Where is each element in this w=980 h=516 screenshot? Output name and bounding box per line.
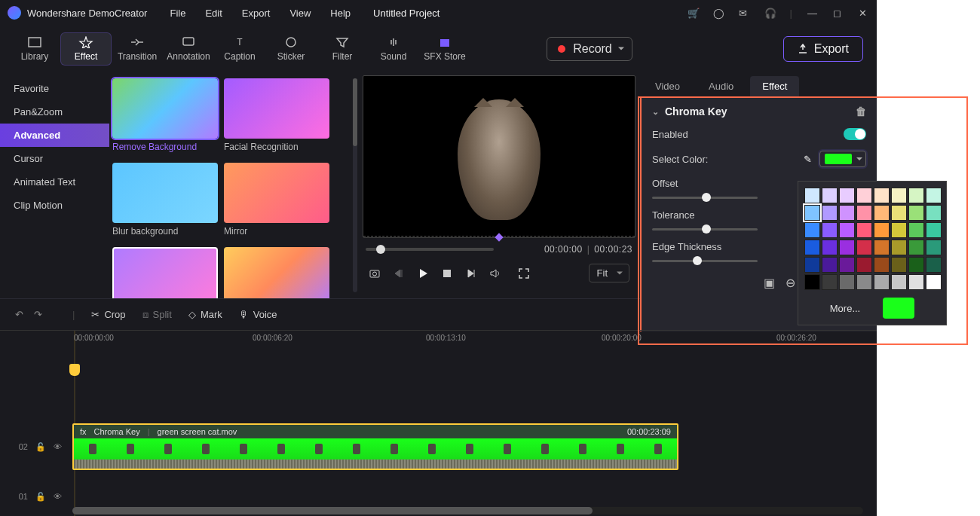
color-swatch[interactable] xyxy=(856,257,872,273)
color-swatch[interactable] xyxy=(856,274,872,290)
color-swatch[interactable] xyxy=(822,188,838,203)
color-swatch[interactable] xyxy=(891,240,907,255)
timeline-ruler[interactable]: 00:00:00:00 00:00:06:20 00:00:13:10 00:0… xyxy=(0,330,877,354)
color-swatch[interactable] xyxy=(874,188,890,203)
tab-sound[interactable]: Sound xyxy=(368,33,419,65)
effect-thumb-blurbg[interactable]: Blur background xyxy=(112,163,218,243)
color-swatch[interactable] xyxy=(926,205,942,221)
eyedropper-icon[interactable]: ✎ xyxy=(804,154,812,165)
color-swatch[interactable] xyxy=(891,257,907,273)
color-swatch[interactable] xyxy=(856,188,872,203)
color-swatch[interactable] xyxy=(874,222,890,238)
undo-icon[interactable]: ↶ xyxy=(15,309,23,320)
color-swatch[interactable] xyxy=(839,257,855,273)
support-icon[interactable]: 🎧 xyxy=(764,8,775,18)
color-swatch[interactable] xyxy=(926,274,942,290)
fullscreen-icon[interactable] xyxy=(518,267,530,279)
tab-sfxstore[interactable]: SFX Store xyxy=(419,33,470,65)
inspector-tab-effect[interactable]: Effect xyxy=(750,76,799,96)
color-swatch[interactable] xyxy=(891,188,907,203)
enabled-toggle[interactable] xyxy=(844,128,866,140)
color-swatch[interactable] xyxy=(804,188,820,203)
chevron-down-icon[interactable]: ⌄ xyxy=(652,107,659,117)
sidebar-item-animatedtext[interactable]: Animated Text xyxy=(0,170,109,194)
tab-caption[interactable]: TCaption xyxy=(214,33,265,65)
tab-filter[interactable]: Filter xyxy=(317,33,368,65)
color-swatch[interactable] xyxy=(926,257,942,273)
menu-help[interactable]: Help xyxy=(330,8,351,19)
sidebar-item-clipmotion[interactable]: Clip Motion xyxy=(0,194,109,217)
effect-thumb-mirror[interactable]: Mirror xyxy=(224,163,329,243)
library-scrollbar[interactable] xyxy=(353,78,357,292)
stop-icon[interactable] xyxy=(441,267,453,279)
record-button[interactable]: Record xyxy=(547,37,632,61)
color-swatch[interactable] xyxy=(874,240,890,255)
lock-icon[interactable]: 🔓 xyxy=(35,492,46,502)
color-swatch[interactable] xyxy=(874,205,890,221)
next-frame-icon[interactable] xyxy=(465,267,477,279)
crop-icon[interactable]: ▣ xyxy=(764,276,775,290)
tab-library[interactable]: Library xyxy=(9,33,60,65)
close-button[interactable]: ✕ xyxy=(859,8,869,18)
tab-sticker[interactable]: Sticker xyxy=(265,33,317,65)
color-swatch[interactable] xyxy=(839,222,855,238)
color-swatch[interactable] xyxy=(804,240,820,255)
minimize-button[interactable]: — xyxy=(807,8,818,18)
split-button[interactable]: ⧈Split xyxy=(142,309,172,321)
color-dropdown[interactable] xyxy=(819,151,866,167)
sidebar-item-advanced[interactable]: Advanced xyxy=(0,124,109,147)
current-color-swatch[interactable] xyxy=(883,298,914,319)
lock-icon[interactable]: 🔓 xyxy=(35,442,46,452)
preview-video[interactable] xyxy=(363,75,635,238)
maximize-button[interactable]: ◻ xyxy=(833,8,844,18)
color-swatch[interactable] xyxy=(908,274,924,290)
cart-icon[interactable]: 🛒 xyxy=(688,8,698,18)
menu-export[interactable]: Export xyxy=(242,8,271,19)
effect-thumb-facial[interactable]: Facial Recognition xyxy=(224,78,329,158)
zoom-out-icon[interactable]: ⊖ xyxy=(786,276,795,290)
color-swatch[interactable] xyxy=(822,205,838,221)
color-swatch[interactable] xyxy=(908,188,924,203)
inspector-tab-audio[interactable]: Audio xyxy=(697,76,746,96)
color-swatch[interactable] xyxy=(822,240,838,255)
sidebar-item-favorite[interactable]: Favorite xyxy=(0,77,109,100)
color-swatch[interactable] xyxy=(856,222,872,238)
color-swatch[interactable] xyxy=(804,257,820,273)
effect-thumb-5[interactable] xyxy=(112,247,218,298)
color-swatch[interactable] xyxy=(891,274,907,290)
color-swatch[interactable] xyxy=(804,205,820,221)
color-swatch[interactable] xyxy=(822,274,838,290)
color-swatch[interactable] xyxy=(874,274,890,290)
eye-icon[interactable]: 👁 xyxy=(54,492,62,501)
color-swatch[interactable] xyxy=(874,257,890,273)
snapshot-icon[interactable] xyxy=(369,267,381,279)
color-swatch[interactable] xyxy=(804,222,820,238)
offset-slider[interactable] xyxy=(652,197,758,199)
color-swatch[interactable] xyxy=(839,188,855,203)
menu-view[interactable]: View xyxy=(289,8,311,19)
sidebar-item-cursor[interactable]: Cursor xyxy=(0,147,109,170)
video-clip[interactable]: fx Chroma Key | green screen cat.mov 00:… xyxy=(72,423,678,470)
sidebar-item-panzoom[interactable]: Pan&Zoom xyxy=(0,100,109,124)
volume-icon[interactable] xyxy=(489,267,501,279)
user-icon[interactable]: ◯ xyxy=(713,8,724,18)
tab-transition[interactable]: Transition xyxy=(112,33,163,65)
menu-file[interactable]: File xyxy=(170,8,185,19)
color-swatch[interactable] xyxy=(908,205,924,221)
play-icon[interactable] xyxy=(417,267,429,279)
tab-effect[interactable]: Effect xyxy=(60,32,112,66)
color-swatch[interactable] xyxy=(908,257,924,273)
color-swatch[interactable] xyxy=(839,205,855,221)
voice-button[interactable]: 🎙Voice xyxy=(239,309,277,320)
color-swatch[interactable] xyxy=(926,222,942,238)
color-swatch[interactable] xyxy=(839,240,855,255)
color-swatch[interactable] xyxy=(926,240,942,255)
tolerance-slider[interactable] xyxy=(652,228,758,231)
color-swatch[interactable] xyxy=(856,240,872,255)
preview-seek-slider[interactable] xyxy=(366,248,494,251)
inspector-tab-video[interactable]: Video xyxy=(643,76,692,96)
color-swatch[interactable] xyxy=(804,274,820,290)
color-swatch[interactable] xyxy=(908,240,924,255)
delete-effect-icon[interactable]: 🗑 xyxy=(856,105,866,118)
color-swatch[interactable] xyxy=(891,205,907,221)
